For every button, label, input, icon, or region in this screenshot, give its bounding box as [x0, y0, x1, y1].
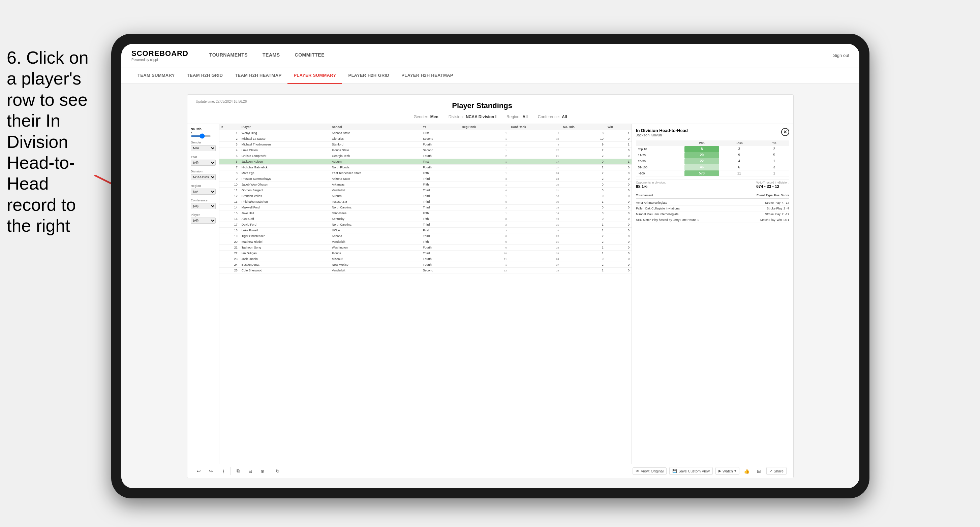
- cell-num: 10: [220, 182, 240, 187]
- view-original-button[interactable]: 👁 View: Original: [633, 467, 667, 475]
- table-row[interactable]: 17 David Ford North Carolina Third 2 21 …: [220, 222, 632, 228]
- gender-select[interactable]: Men Women: [191, 145, 216, 151]
- cell-player: Luke Powell: [240, 228, 330, 233]
- cell-yr: Fourth: [421, 165, 460, 170]
- cell-reg-rank: 2: [460, 205, 509, 211]
- table-row[interactable]: 5 Christo Lamprecht Georgia Tech Fourth …: [220, 153, 632, 159]
- table-row[interactable]: 20 Matthew Riedel Vanderbilt Fifth 5 21 …: [220, 239, 632, 245]
- bottom-toolbar: ↩ ↪ ⟩ ⧉ ⊟ ⊕ ↻ 👁 View: Original: [188, 464, 793, 478]
- cell-reg-rank: 10: [460, 251, 509, 256]
- cell-school: Arkansas: [330, 182, 421, 187]
- cell-reg-rank: 11: [460, 256, 509, 262]
- year-select[interactable]: (All): [191, 160, 216, 166]
- add-button[interactable]: ⊕: [258, 467, 267, 476]
- tab-team-summary[interactable]: TEAM SUMMARY: [131, 67, 181, 84]
- undo-button[interactable]: ↩: [194, 467, 204, 476]
- nav-tournaments[interactable]: TOURNAMENTS: [202, 44, 255, 67]
- share-button[interactable]: ↗ Share: [766, 467, 787, 475]
- table-row[interactable]: 18 Luke Powell UCLA First 3 24 1 0: [220, 228, 632, 233]
- table-row[interactable]: 2 Michael La Sasso Ole Miss Second 1 18 …: [220, 136, 632, 142]
- logo-subtitle: Powered by clippi: [131, 58, 188, 62]
- table-row[interactable]: 12 Brendan Valles Auburn Third 1 10 0 0: [220, 193, 632, 199]
- cell-num: 13: [220, 199, 240, 205]
- table-row[interactable]: 4 Luke Claton Florida State Second 1 27 …: [220, 148, 632, 153]
- table-row[interactable]: 10 Jacob Woo Ohesen Arkansas Fifth 1 25 …: [220, 182, 632, 187]
- tab-player-summary[interactable]: PLAYER SUMMARY: [288, 67, 342, 84]
- cell-school: Florida: [330, 251, 421, 256]
- player-select[interactable]: (All): [191, 217, 216, 224]
- cell-win: 0: [606, 262, 632, 268]
- column-button[interactable]: ⊟: [246, 467, 255, 476]
- table-row[interactable]: 21 Taehoon Song Washington Fourth 6 23 1…: [220, 245, 632, 251]
- cell-school: Tennessee: [330, 211, 421, 216]
- tournament-score: 18-1: [783, 218, 789, 222]
- table-row[interactable]: 15 Jake Hall Tennessee Fifth 1 14 0 0: [220, 211, 632, 216]
- close-button[interactable]: ✕: [781, 128, 789, 136]
- sign-out-link[interactable]: Sign out: [833, 53, 849, 58]
- panel-player-name: Jackson Koivun: [636, 133, 688, 137]
- table-row[interactable]: 19 Tiger Christensen Arizona Third 8 23 …: [220, 233, 632, 239]
- table-row[interactable]: 1 Wenyi Ding Arizona State First 1 1 8 1: [220, 130, 632, 136]
- thumbs-up-icon[interactable]: 👍: [742, 467, 751, 476]
- cell-rds: 2: [561, 262, 606, 268]
- table-row[interactable]: 9 Preston Summerhays Arizona State Third…: [220, 176, 632, 182]
- cell-num: 4: [220, 148, 240, 153]
- table-row[interactable]: 14 Maxwell Ford North Carolina Third 2 2…: [220, 205, 632, 211]
- forward-button[interactable]: ⟩: [218, 467, 228, 476]
- region-select[interactable]: N/A: [191, 189, 216, 195]
- tab-team-h2h-heatmap[interactable]: TEAM H2H HEATMAP: [229, 67, 288, 84]
- cell-num: 18: [220, 228, 240, 233]
- tablet-frame: SCOREBOARD Powered by clippi TOURNAMENTS…: [111, 34, 869, 498]
- table-row[interactable]: 7 Nicholas Gabrielick North Florida Four…: [220, 165, 632, 170]
- col-yr: Yr: [421, 124, 460, 130]
- refresh-button[interactable]: ↻: [273, 467, 282, 476]
- h2h-loss: 11: [719, 170, 759, 176]
- table-row[interactable]: 13 Phichaksn Maichon Texas A&M Third 6 3…: [220, 199, 632, 205]
- wlt-label: W-L-T record in-division:: [756, 181, 789, 184]
- table-row[interactable]: 6 Jackson Koivun Auburn First 1 17 0 1: [220, 159, 632, 165]
- table-row[interactable]: 24 Bastien Amat New Mexico Fourth 1 27 2…: [220, 262, 632, 268]
- h2h-col-win: Win: [684, 140, 719, 146]
- tournament-pos: 4: [782, 201, 784, 205]
- cell-player: Alex Goff: [240, 216, 330, 222]
- cell-win: 0: [606, 233, 632, 239]
- redo-button[interactable]: ↪: [206, 467, 216, 476]
- card-body: No Rds. 6 Gender Men: [188, 124, 793, 464]
- table-row[interactable]: 22 Ian Gilligan Florida Third 10 24 1 0: [220, 251, 632, 256]
- grid-icon[interactable]: ⊞: [754, 467, 764, 476]
- cell-yr: Second: [421, 268, 460, 273]
- division-select[interactable]: NCAA Division I: [191, 174, 216, 180]
- watch-button[interactable]: ▶ Watch ▾: [716, 467, 740, 475]
- table-row[interactable]: 11 Gordon Sargent Vanderbilt Third 4 21 …: [220, 187, 632, 193]
- table-row[interactable]: 25 Cole Sherwood Vanderbilt Second 12 23…: [220, 268, 632, 273]
- col-conf-rank: Conf Rank: [509, 124, 561, 130]
- table-row[interactable]: 16 Alex Goff Kentucky Fifth 8 19 0 0: [220, 216, 632, 222]
- filter-region: Region: All: [506, 114, 528, 119]
- cell-win: 0: [606, 222, 632, 228]
- save-custom-button[interactable]: 💾 Save Custom View: [669, 467, 713, 475]
- table-row[interactable]: 8 Mats Ege East Tennessee State Fifth 1 …: [220, 170, 632, 176]
- cell-rds: 1: [561, 228, 606, 233]
- table-row[interactable]: 3 Michael Thorbjornsen Stanford Fourth 1…: [220, 142, 632, 148]
- filter-conference: Conference: All: [538, 114, 567, 119]
- cell-reg-rank: 1: [460, 165, 509, 170]
- tab-team-h2h-grid[interactable]: TEAM H2H GRID: [181, 67, 229, 84]
- cell-yr: Fifth: [421, 182, 460, 187]
- table-header-row: # Player School Yr Reg Rank Conf Rank No…: [220, 124, 632, 130]
- table-row[interactable]: 23 Jack Lundin Missouri Fourth 11 24 0 0: [220, 256, 632, 262]
- cell-win: 0: [606, 199, 632, 205]
- tab-player-h2h-grid[interactable]: PLAYER H2H GRID: [342, 67, 395, 84]
- cell-reg-rank: 3: [460, 228, 509, 233]
- cell-reg-rank: 1: [460, 170, 509, 176]
- cell-conf-rank: 27: [509, 148, 561, 153]
- tournaments-header: Tournament Event Type Pos Score: [636, 192, 789, 199]
- cell-win: 0: [606, 216, 632, 222]
- conference-select[interactable]: (All): [191, 203, 216, 209]
- no-rds-slider[interactable]: [191, 135, 211, 137]
- filter-button[interactable]: ⧉: [234, 467, 243, 476]
- cell-reg-rank: 6: [460, 245, 509, 251]
- nav-committee[interactable]: COMMITTEE: [288, 44, 332, 67]
- cell-num: 8: [220, 170, 240, 176]
- nav-teams[interactable]: TEAMS: [255, 44, 288, 67]
- tab-player-h2h-heatmap[interactable]: PLAYER H2H HEATMAP: [395, 67, 459, 84]
